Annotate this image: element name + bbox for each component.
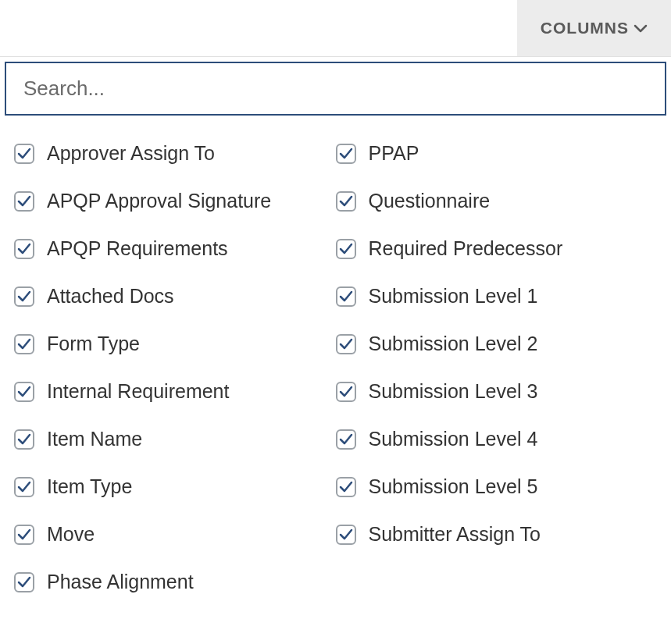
column-option-attached-docs[interactable]: Attached Docs: [14, 272, 336, 320]
column-option-apqp-approval-signature[interactable]: APQP Approval Signature: [14, 177, 336, 225]
columns-dropdown-button[interactable]: COLUMNS: [517, 0, 671, 56]
checkbox-icon: [336, 144, 356, 164]
column-option-label: PPAP: [369, 142, 419, 165]
column-option-label: APQP Approval Signature: [47, 190, 271, 212]
column-option-label: Required Predecessor: [369, 237, 563, 260]
columns-left: Approver Assign To APQP Approval Signatu…: [14, 130, 336, 606]
column-option-submission-level-3[interactable]: Submission Level 3: [336, 368, 658, 415]
column-option-label: Move: [47, 523, 95, 546]
column-option-label: Questionnaire: [369, 190, 491, 212]
header-bar: COLUMNS: [0, 0, 671, 57]
checkbox-icon: [336, 191, 356, 212]
chevron-down-icon: [634, 19, 648, 37]
checkbox-icon: [336, 477, 356, 497]
checkbox-icon: [14, 525, 34, 545]
checkbox-icon: [14, 144, 34, 164]
column-option-label: Internal Requirement: [47, 380, 229, 403]
search-container: [0, 57, 671, 116]
checkbox-icon: [14, 191, 34, 212]
column-option-apqp-requirements[interactable]: APQP Requirements: [14, 225, 336, 272]
column-option-phase-alignment[interactable]: Phase Alignment: [14, 558, 336, 606]
checkbox-icon: [14, 429, 34, 450]
column-option-label: Submission Level 4: [369, 428, 538, 450]
checkbox-icon: [14, 239, 34, 259]
column-option-label: Item Type: [47, 475, 132, 498]
checkbox-icon: [336, 286, 356, 307]
column-option-label: Submission Level 5: [369, 475, 538, 498]
checkbox-icon: [336, 429, 356, 450]
column-option-label: Submitter Assign To: [369, 523, 541, 546]
checkbox-icon: [14, 382, 34, 402]
column-option-submitter-assign-to[interactable]: Submitter Assign To: [336, 511, 658, 558]
column-option-required-predecessor[interactable]: Required Predecessor: [336, 225, 658, 272]
column-option-label: Approver Assign To: [47, 142, 215, 165]
column-option-label: Submission Level 3: [369, 380, 538, 403]
checkbox-icon: [14, 286, 34, 307]
checkbox-icon: [336, 525, 356, 545]
checkbox-icon: [14, 334, 34, 354]
column-option-ppap[interactable]: PPAP: [336, 130, 658, 177]
column-option-label: Phase Alignment: [47, 571, 194, 593]
column-option-move[interactable]: Move: [14, 511, 336, 558]
column-option-submission-level-5[interactable]: Submission Level 5: [336, 463, 658, 511]
checkbox-icon: [336, 334, 356, 354]
column-option-item-name[interactable]: Item Name: [14, 415, 336, 463]
column-option-internal-requirement[interactable]: Internal Requirement: [14, 368, 336, 415]
column-option-submission-level-4[interactable]: Submission Level 4: [336, 415, 658, 463]
column-option-label: APQP Requirements: [47, 237, 228, 260]
column-option-label: Form Type: [47, 333, 140, 355]
checkbox-icon: [14, 572, 34, 592]
checkbox-icon: [14, 477, 34, 497]
column-option-approver-assign-to[interactable]: Approver Assign To: [14, 130, 336, 177]
checkbox-icon: [336, 382, 356, 402]
column-option-label: Item Name: [47, 428, 142, 450]
search-input[interactable]: [5, 62, 666, 116]
column-option-item-type[interactable]: Item Type: [14, 463, 336, 511]
column-option-label: Submission Level 1: [369, 285, 538, 308]
column-option-label: Attached Docs: [47, 285, 174, 308]
column-option-form-type[interactable]: Form Type: [14, 320, 336, 368]
column-option-label: Submission Level 2: [369, 333, 538, 355]
checkbox-icon: [336, 239, 356, 259]
columns-checkbox-list: Approver Assign To APQP Approval Signatu…: [0, 116, 671, 606]
column-option-submission-level-2[interactable]: Submission Level 2: [336, 320, 658, 368]
columns-right: PPAP Questionnaire Required Predecessor …: [336, 130, 658, 606]
columns-button-label: COLUMNS: [541, 19, 629, 37]
column-option-submission-level-1[interactable]: Submission Level 1: [336, 272, 658, 320]
column-option-questionnaire[interactable]: Questionnaire: [336, 177, 658, 225]
